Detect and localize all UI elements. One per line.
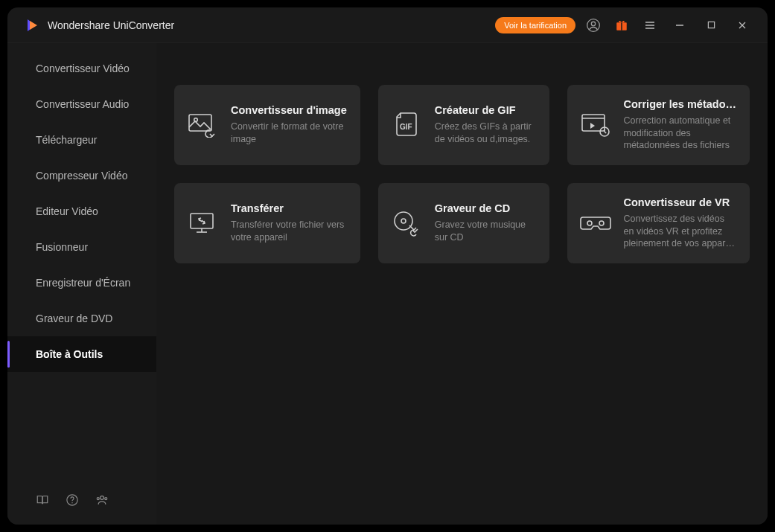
sidebar-item-label: Graveur de DVD [36,313,112,324]
sidebar-bottom [7,493,156,525]
help-icon[interactable] [66,493,79,510]
card-title: Graveur de CD [435,202,536,214]
svg-point-24 [401,219,406,223]
sidebar-item-label: Convertisseur Vidéo [36,63,130,74]
sidebar-item-label: Compresseur Vidéo [36,170,127,182]
sidebar-item-merger[interactable]: Fusionneur [7,229,156,265]
gif-icon: GIF [390,109,423,141]
sidebar-item-label: Fusionneur [36,241,88,253]
card-vr-converter[interactable]: Convertisseur de VR Convertissez des vid… [567,183,750,263]
card-fix-metadata[interactable]: Corriger les métado… Correction automati… [567,85,750,165]
gift-icon[interactable] [611,15,632,36]
sidebar-item-dvd-burner[interactable]: Graveur de DVD [7,301,156,336]
card-title: Transférer [231,202,347,214]
svg-text:GIF: GIF [400,123,412,131]
metadata-icon [579,109,612,141]
card-desc: Convertissez des vidéos en vidéos VR et … [624,213,737,251]
account-icon[interactable] [583,15,604,36]
card-desc: Créez des GIFs à partir de vidéos ou d,i… [435,121,536,146]
vr-icon [579,207,612,240]
app-title: Wondershare UniConverter [48,19,174,31]
main-panel: Convertisseur d'image Convertir le forma… [156,43,768,525]
card-desc: Transférer votre fichier vers votre appa… [231,219,347,244]
app-window: Wondershare UniConverter Voir la tarific… [7,7,768,525]
sidebar-item-label: Enregistreur d'Écran [36,277,130,289]
sidebar-item-audio-converter[interactable]: Convertisseur Audio [7,86,156,122]
maximize-button[interactable] [699,15,723,36]
svg-point-13 [71,502,72,503]
card-desc: Correction automatique et modification d… [624,115,737,153]
sidebar-item-label: Editeur Vidéo [36,205,98,217]
card-title: Créateur de GIF [435,104,536,116]
community-icon[interactable] [95,493,109,510]
svg-rect-17 [189,115,211,131]
card-image-converter[interactable]: Convertisseur d'image Convertir le forma… [174,85,360,165]
close-button[interactable] [730,15,754,36]
card-title: Convertisseur d'image [231,104,347,116]
body: Convertisseur Vidéo Convertisseur Audio … [7,43,768,525]
svg-rect-4 [621,22,622,31]
titlebar: Wondershare UniConverter Voir la tarific… [7,7,768,43]
transfer-icon [186,207,219,240]
sidebar-item-video-editor[interactable]: Editeur Vidéo [7,193,156,229]
sidebar-item-screen-recorder[interactable]: Enregistreur d'Écran [7,265,156,301]
menu-icon[interactable] [640,15,660,36]
card-gif-creator[interactable]: GIF Créateur de GIF Créez des GIFs à par… [378,85,549,165]
svg-point-18 [194,118,198,122]
card-desc: Convertir le format de votre image [231,121,347,146]
sidebar-item-toolbox[interactable]: Boîte à Outils [7,336,156,372]
sidebar: Convertisseur Vidéo Convertisseur Audio … [7,43,156,525]
card-title: Convertisseur de VR [624,196,737,208]
card-transfer[interactable]: Transférer Transférer votre fichier vers… [174,183,360,263]
sidebar-item-label: Convertisseur Audio [36,98,129,110]
minimize-button[interactable] [668,15,692,36]
svg-rect-9 [708,22,714,28]
svg-point-15 [97,498,99,500]
card-cd-burner[interactable]: Graveur de CD Gravez votre musique sur C… [378,183,549,263]
svg-point-26 [599,221,604,225]
sidebar-item-video-converter[interactable]: Convertisseur Vidéo [7,51,156,86]
app-logo-icon [25,18,40,33]
toolbox-grid: Convertisseur d'image Convertir le forma… [174,85,750,263]
svg-point-25 [587,221,592,225]
card-title: Corriger les métado… [624,98,737,110]
svg-point-23 [395,212,412,230]
guide-icon[interactable] [36,493,49,510]
sidebar-item-label: Téléchargeur [36,134,98,146]
svg-point-14 [101,496,104,500]
cd-burn-icon [390,207,423,240]
sidebar-item-downloader[interactable]: Téléchargeur [7,122,156,158]
card-desc: Gravez votre musique sur CD [435,219,536,244]
svg-point-1 [591,22,595,25]
sidebar-item-label: Boîte à Outils [36,348,103,360]
sidebar-item-video-compressor[interactable]: Compresseur Vidéo [7,158,156,193]
svg-point-16 [105,498,107,500]
pricing-button[interactable]: Voir la tarification [495,17,575,33]
image-convert-icon [186,109,219,141]
